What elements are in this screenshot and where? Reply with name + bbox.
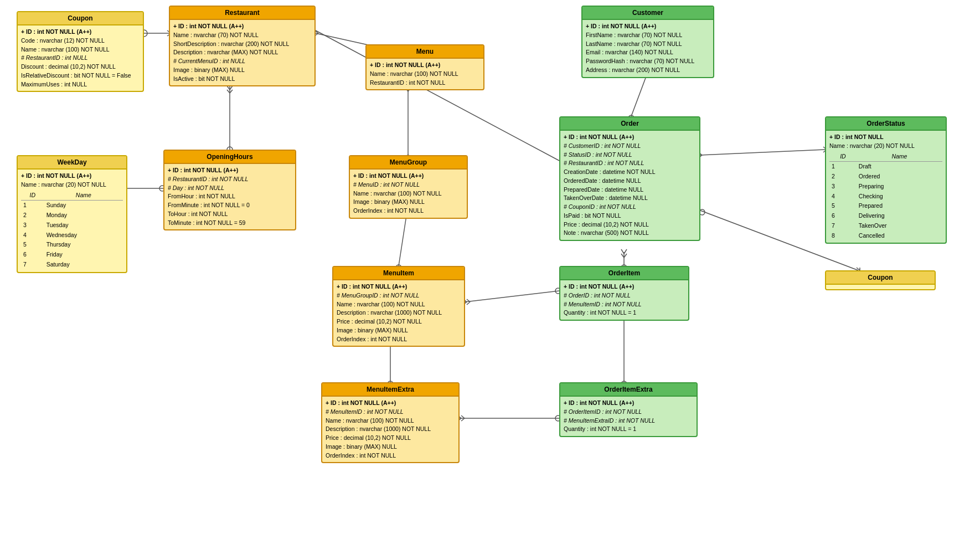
entity-header-order_item: OrderItem: [560, 267, 688, 280]
entity-menu_item: MenuItem+ ID : int NOT NULL (A++)# MenuG…: [332, 266, 465, 347]
entity-header-order_status: OrderStatus: [826, 117, 946, 131]
svg-line-65: [467, 299, 470, 302]
diagram-canvas: Coupon+ ID : int NOT NULL (A++)Code : nv…: [0, 0, 980, 549]
entity-order_item_extra: OrderItemExtra+ ID : int NOT NULL (A++)#…: [559, 382, 698, 437]
field: Image : binary (MAX) NULL: [326, 443, 455, 451]
svg-line-41: [631, 72, 648, 116]
field: Name : nvarchar (100) NOT NULL: [337, 300, 461, 309]
entity-body-menu: + ID : int NOT NULL (A++)Name : nvarchar…: [367, 59, 483, 89]
field: Price : decimal (10,2) NOT NULL: [337, 317, 461, 326]
svg-line-13: [227, 86, 230, 90]
field: Price : decimal (10,2) NOT NULL: [564, 220, 696, 229]
field: + ID : int NOT NULL (A++): [21, 28, 140, 37]
field: # RestaurantID : int NOT NULL: [168, 175, 292, 184]
svg-line-15: [227, 90, 230, 93]
field: ToMinute : int NOT NULL = 59: [168, 219, 292, 228]
field: Note : nvarchar (500) NOT NULL: [564, 229, 696, 238]
field: # RestaurantID : int NULL: [21, 54, 140, 63]
entity-order_status: OrderStatus+ ID : int NOT NULLName : nva…: [825, 116, 947, 244]
entity-body-order_item_extra: + ID : int NOT NULL (A++)# OrderItemID :…: [560, 397, 697, 436]
entity-coupon_bottom: Coupon: [825, 270, 936, 290]
field: Name : nvarchar (20) NOT NULL: [829, 142, 942, 151]
svg-line-57: [621, 249, 624, 254]
field: TakenOverDate : datetime NULL: [564, 194, 696, 203]
field: # CustomerID : int NOT NULL: [564, 142, 696, 151]
entity-header-order_item_extra: OrderItemExtra: [560, 383, 697, 397]
field: MaximumUses : int NULL: [21, 80, 140, 89]
entity-body-order_item: + ID : int NOT NULL (A++)# OrderID : int…: [560, 280, 688, 320]
entity-body-coupon_top: + ID : int NOT NULL (A++)Code : nvarchar…: [18, 25, 143, 91]
field: + ID : int NOT NULL (A++): [326, 399, 455, 408]
field: ToHour : int NOT NULL: [168, 210, 292, 219]
field: Description : nvarchar (1000) NOT NULL: [326, 425, 455, 434]
entity-menu: Menu+ ID : int NOT NULL (A++)Name : nvar…: [365, 44, 484, 90]
field: # MenuItemID : int NOT NULL: [326, 408, 455, 417]
field: CreationDate : datetime NOT NULL: [564, 168, 696, 177]
entity-body-menu_group: + ID : int NOT NULL (A++)# MenuID : int …: [350, 170, 467, 218]
field: # OrderID : int NOT NULL: [564, 291, 685, 300]
field: + ID : int NOT NULL (A++): [370, 61, 480, 70]
entity-weekday: WeekDay+ ID : int NOT NULL (A++)Name : n…: [17, 155, 127, 273]
field: + ID : int NOT NULL (A++): [168, 166, 292, 175]
entity-order_item: OrderItem+ ID : int NOT NULL (A++)# Orde…: [559, 266, 689, 321]
field: + ID : int NOT NULL (A++): [564, 283, 685, 291]
field: Discount : decimal (10,2) NOT NULL: [21, 63, 140, 71]
field: # MenuGroupID : int NOT NULL: [337, 291, 461, 300]
svg-line-14: [230, 86, 233, 90]
entity-coupon_top: Coupon+ ID : int NOT NULL (A++)Code : nv…: [17, 11, 144, 92]
field: + ID : int NOT NULL (A++): [337, 283, 461, 291]
field: # Day : int NOT NULL: [168, 184, 292, 193]
entity-header-menu_group: MenuGroup: [350, 156, 467, 170]
entity-header-menu_item: MenuItem: [333, 267, 464, 280]
field: OrderIndex : int NOT NULL: [337, 335, 461, 344]
field: + ID : int NOT NULL (A++): [564, 133, 696, 142]
svg-line-16: [230, 90, 233, 93]
entity-body-restaurant: + ID : int NOT NULL (A++)Name : nvarchar…: [170, 20, 314, 85]
field: IsPaid : bit NOT NULL: [564, 212, 696, 220]
entity-restaurant: Restaurant+ ID : int NOT NULL (A++)Name …: [169, 6, 316, 86]
field: Name : nvarchar (100) NOT NULL: [370, 70, 480, 79]
field: LastName : nvarchar (70) NOT NULL: [586, 40, 710, 49]
field: Address : nvarchar (200) NOT NULL: [586, 66, 710, 75]
field: OrderIndex : int NOT NULL: [353, 207, 463, 216]
entity-body-coupon_bottom: [826, 285, 935, 289]
field: # MenuItemID : int NOT NULL: [564, 300, 685, 309]
entity-opening_hours: OpeningHours+ ID : int NOT NULL (A++)# R…: [163, 150, 296, 230]
field: Code : nvarchar (12) NOT NULL: [21, 37, 140, 45]
field: IsRelativeDiscount : bit NOT NULL = Fals…: [21, 71, 140, 80]
entity-header-order: Order: [560, 117, 699, 131]
field: FromHour : int NOT NULL: [168, 192, 292, 201]
svg-line-60: [624, 254, 627, 258]
entity-body-weekday: + ID : int NOT NULL (A++)Name : nvarchar…: [18, 170, 126, 272]
field: PasswordHash : nvarchar (70) NOT NULL: [586, 57, 710, 66]
field: FromMinute : int NOT NULL = 0: [168, 201, 292, 210]
entity-customer: Customer+ ID : int NOT NULL (A++)FirstNa…: [581, 6, 714, 78]
field: IsActive : bit NOT NULL: [173, 75, 311, 84]
field: ShortDescription : nvarchar (200) NOT NU…: [173, 40, 311, 49]
field: + ID : int NOT NULL: [829, 133, 942, 142]
field: Image : binary (MAX) NULL: [173, 66, 311, 75]
entity-body-customer: + ID : int NOT NULL (A++)FirstName : nva…: [582, 20, 713, 77]
field: OrderIndex : int NOT NULL: [326, 451, 455, 460]
field: # StatusID : int NOT NULL: [564, 151, 696, 160]
lookup-table-weekday: IDName1Sunday2Monday3Tuesday4Wednesday5T…: [21, 191, 123, 270]
entity-header-weekday: WeekDay: [18, 156, 126, 170]
svg-line-77: [461, 415, 465, 418]
entity-header-coupon_bottom: Coupon: [826, 271, 935, 285]
entity-body-menu_item: + ID : int NOT NULL (A++)# MenuGroupID :…: [333, 280, 464, 346]
field: OrderedDate : datetime NULL: [564, 177, 696, 186]
field: Image : binary (MAX) NULL: [337, 326, 461, 335]
field: Price : decimal (10,2) NOT NULL: [326, 434, 455, 443]
field: + ID : int NOT NULL (A++): [586, 22, 710, 31]
field: # CurrentMenuID : int NULL: [173, 57, 311, 66]
entity-header-menu: Menu: [367, 45, 483, 59]
entity-menu_item_extra: MenuItemExtra+ ID : int NOT NULL (A++)# …: [321, 382, 460, 463]
field: + ID : int NOT NULL (A++): [353, 172, 463, 181]
entity-header-restaurant: Restaurant: [170, 7, 314, 20]
field: Name : nvarchar (100) NOT NULL: [353, 189, 463, 198]
entity-body-order: + ID : int NOT NULL (A++)# CustomerID : …: [560, 131, 699, 240]
svg-line-66: [467, 302, 470, 305]
entity-header-menu_item_extra: MenuItemExtra: [322, 383, 458, 397]
entity-menu_group: MenuGroup+ ID : int NOT NULL (A++)# Menu…: [349, 155, 468, 219]
field: + ID : int NOT NULL (A++): [173, 22, 311, 31]
